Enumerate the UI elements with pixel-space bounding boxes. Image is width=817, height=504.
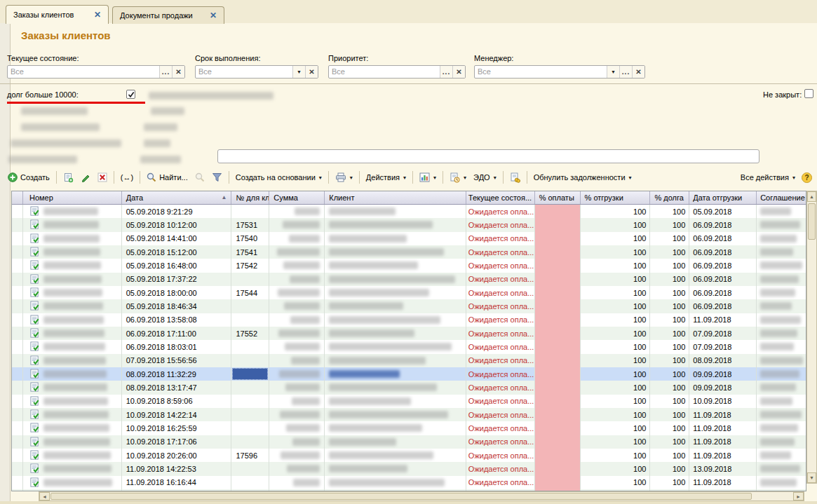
cell-date[interactable]: 10.09.2018 8:59:06 bbox=[122, 395, 232, 408]
row-selector-cell[interactable] bbox=[12, 205, 23, 218]
cell-payment-pct[interactable] bbox=[535, 408, 581, 421]
cell-client-no[interactable]: 17531 bbox=[231, 218, 269, 231]
cell-payment-pct[interactable] bbox=[535, 273, 581, 286]
cell-number[interactable] bbox=[23, 462, 122, 475]
cell-sum[interactable] bbox=[269, 313, 325, 327]
cell-sum[interactable] bbox=[269, 421, 325, 435]
cell-status[interactable]: Ожидается опла... bbox=[466, 299, 535, 313]
cell-client[interactable] bbox=[325, 476, 466, 489]
cell-number[interactable] bbox=[23, 421, 122, 435]
header-client-no[interactable]: № для кл. bbox=[231, 191, 269, 204]
cell-client[interactable] bbox=[325, 327, 466, 340]
clear-icon[interactable]: ✕ bbox=[452, 66, 465, 78]
row-selector-cell[interactable] bbox=[12, 340, 23, 353]
table-row[interactable]: 10.09.2018 8:59:06Ожидается опла...10010… bbox=[12, 395, 806, 408]
table-row[interactable]: 05.09.2018 16:48:0017542Ожидается опла..… bbox=[12, 259, 806, 272]
cell-date[interactable]: 05.09.2018 17:37:22 bbox=[122, 273, 232, 286]
cell-shipment-pct[interactable]: 100 bbox=[581, 340, 651, 353]
cell-ship-date[interactable]: 11.09.2018 bbox=[689, 313, 757, 327]
cell-shipment-pct[interactable]: 100 bbox=[581, 259, 651, 272]
cell-number[interactable] bbox=[23, 476, 122, 489]
cell-shipment-pct[interactable]: 100 bbox=[581, 299, 651, 313]
cell-ship-date[interactable]: 10.09.2018 bbox=[689, 395, 757, 408]
cell-sum[interactable] bbox=[269, 381, 325, 394]
document-history-button[interactable]: ▾ bbox=[447, 171, 468, 184]
header-selector[interactable] bbox=[12, 191, 23, 204]
cell-number[interactable] bbox=[23, 205, 122, 218]
row-selector-cell[interactable] bbox=[12, 354, 23, 367]
cell-debt-pct[interactable]: 100 bbox=[650, 435, 689, 449]
cancel-search-button[interactable] bbox=[193, 171, 207, 184]
actions-button[interactable]: Действия ▾ bbox=[364, 172, 408, 183]
cell-client[interactable] bbox=[325, 273, 466, 286]
cell-payment-pct[interactable] bbox=[535, 476, 581, 489]
row-selector-cell[interactable] bbox=[12, 232, 23, 245]
cell-date[interactable]: 10.09.2018 20:26:00 bbox=[122, 449, 232, 462]
cell-sum[interactable] bbox=[269, 340, 325, 353]
cell-number[interactable] bbox=[23, 408, 122, 421]
cell-date[interactable]: 06.09.2018 13:58:08 bbox=[122, 313, 232, 327]
cell-client[interactable] bbox=[325, 232, 466, 245]
cell-status[interactable]: Ожидается опла... bbox=[466, 232, 535, 245]
table-row[interactable]: 05.09.2018 9:21:29Ожидается опла...10010… bbox=[12, 205, 806, 218]
cell-shipment-pct[interactable]: 100 bbox=[581, 313, 651, 327]
table-row[interactable]: 06.09.2018 17:11:0017552Ожидается опла..… bbox=[12, 327, 806, 340]
cell-agreement[interactable] bbox=[757, 286, 806, 299]
cell-client-no[interactable] bbox=[231, 435, 269, 449]
cell-payment-pct[interactable] bbox=[535, 395, 581, 408]
cell-status[interactable]: Ожидается опла... bbox=[466, 218, 535, 231]
cell-payment-pct[interactable] bbox=[535, 462, 581, 475]
debts-document-button[interactable] bbox=[508, 171, 522, 184]
close-icon[interactable]: ✕ bbox=[94, 10, 101, 20]
row-selector-cell[interactable] bbox=[12, 245, 23, 259]
vertical-scroll-thumb[interactable] bbox=[808, 203, 816, 240]
row-selector-cell[interactable] bbox=[12, 259, 23, 272]
cell-agreement[interactable] bbox=[757, 462, 806, 475]
cell-ship-date[interactable]: 06.09.2018 bbox=[689, 245, 757, 259]
cell-shipment-pct[interactable]: 100 bbox=[581, 327, 651, 340]
cell-debt-pct[interactable]: 100 bbox=[650, 327, 689, 340]
cell-date[interactable]: 11.09.2018 16:16:44 bbox=[122, 476, 232, 489]
table-row[interactable]: 05.09.2018 15:12:0017541Ожидается опла..… bbox=[12, 245, 806, 259]
cell-date[interactable]: 06.09.2018 18:03:01 bbox=[122, 340, 232, 353]
table-row[interactable]: 10.09.2018 17:17:06Ожидается опла...1001… bbox=[12, 435, 806, 449]
cell-agreement[interactable] bbox=[757, 408, 806, 421]
cell-client-no[interactable] bbox=[231, 340, 269, 353]
set-interval-button[interactable]: (↔) bbox=[119, 172, 135, 183]
choose-button[interactable]: ... bbox=[440, 66, 452, 78]
cell-ship-date[interactable]: 11.09.2018 bbox=[689, 421, 757, 435]
cell-debt-pct[interactable]: 100 bbox=[650, 313, 689, 327]
horizontal-scroll-thumb[interactable] bbox=[50, 493, 752, 500]
cell-agreement[interactable] bbox=[757, 313, 806, 327]
cell-number[interactable] bbox=[23, 327, 122, 340]
cell-date[interactable]: 07.09.2018 15:56:56 bbox=[122, 354, 232, 367]
cell-status[interactable]: Ожидается опла... bbox=[466, 205, 535, 218]
cell-date[interactable]: 08.09.2018 11:32:29 bbox=[122, 367, 232, 381]
cell-client[interactable] bbox=[325, 408, 466, 421]
cell-agreement[interactable] bbox=[757, 381, 806, 394]
cell-payment-pct[interactable] bbox=[535, 354, 581, 367]
table-row[interactable]: 06.09.2018 18:03:01Ожидается опла...1001… bbox=[12, 340, 806, 353]
cell-agreement[interactable] bbox=[757, 421, 806, 435]
cell-client-no[interactable] bbox=[231, 273, 269, 286]
cell-sum[interactable] bbox=[269, 408, 325, 421]
cell-status[interactable]: Ожидается опла... bbox=[466, 286, 535, 299]
row-selector-cell[interactable] bbox=[12, 408, 23, 421]
cell-ship-date[interactable]: 07.09.2018 bbox=[689, 327, 757, 340]
cell-shipment-pct[interactable]: 100 bbox=[581, 421, 651, 435]
cell-client-no[interactable]: 17552 bbox=[231, 327, 269, 340]
cell-client[interactable] bbox=[325, 367, 466, 381]
cell-agreement[interactable] bbox=[757, 395, 806, 408]
cell-status[interactable]: Ожидается опла... bbox=[466, 354, 535, 367]
table-row[interactable]: 07.09.2018 15:56:56Ожидается опла...1001… bbox=[12, 354, 806, 367]
cell-client[interactable] bbox=[325, 462, 466, 475]
cell-payment-pct[interactable] bbox=[535, 367, 581, 381]
reports-button[interactable]: ▾ bbox=[417, 171, 438, 184]
cell-number[interactable] bbox=[23, 449, 122, 462]
cell-status[interactable]: Ожидается опла... bbox=[466, 462, 535, 475]
cell-agreement[interactable] bbox=[757, 218, 806, 231]
cell-status[interactable]: Ожидается опла... bbox=[466, 259, 535, 272]
cell-ship-date[interactable]: 09.09.2018 bbox=[689, 381, 757, 394]
cell-sum[interactable] bbox=[269, 232, 325, 245]
cell-ship-date[interactable]: 06.09.2018 bbox=[689, 232, 757, 245]
